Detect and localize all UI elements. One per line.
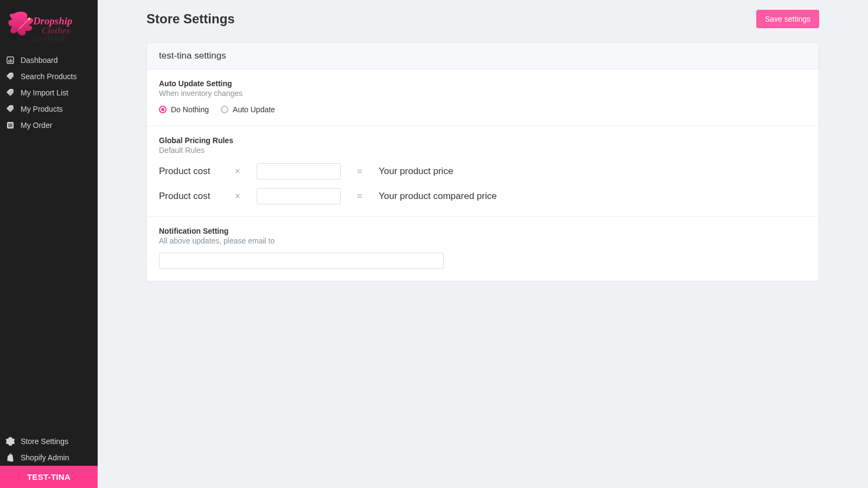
- gear-icon: [5, 436, 15, 446]
- shopify-icon: [5, 453, 15, 463]
- rule-cost-label: Product cost: [159, 166, 219, 177]
- svg-rect-13: [8, 126, 12, 127]
- svg-rect-6: [11, 60, 12, 62]
- sidebar-item-my-order[interactable]: My Order: [0, 117, 98, 133]
- sidebar-item-store-settings[interactable]: Store Settings: [0, 433, 98, 450]
- sidebar-item-label: Search Products: [21, 72, 77, 81]
- svg-rect-4: [9, 60, 10, 62]
- svg-rect-11: [8, 124, 12, 124]
- sidebar-item-my-products[interactable]: My Products: [0, 101, 98, 117]
- radio-label: Auto Update: [233, 105, 275, 114]
- multiply-icon: ×: [234, 166, 241, 176]
- page-title: Store Settings: [146, 11, 235, 27]
- rule-result-label: Your product compared price: [379, 191, 497, 202]
- topbar: Store Settings Save settings: [98, 0, 868, 38]
- sidebar-item-shopify-admin[interactable]: Shopify Admin: [0, 450, 98, 466]
- notification-title: Notification Setting: [159, 227, 807, 235]
- panel-title: test-tina settings: [147, 43, 819, 69]
- radio-do-nothing[interactable]: Do Nothing: [159, 105, 209, 114]
- svg-rect-5: [10, 59, 11, 63]
- auto-update-title: Auto Update Setting: [159, 79, 807, 88]
- tag-icon: [5, 104, 15, 114]
- tag-icon: [5, 72, 15, 81]
- compared-multiplier-input[interactable]: [257, 188, 341, 204]
- rule-result-label: Your product price: [379, 166, 453, 177]
- radio-dot-icon: [221, 106, 228, 113]
- sidebar-item-label: My Order: [21, 121, 52, 130]
- auto-update-section: Auto Update Setting When inventory chang…: [147, 69, 819, 126]
- radio-label: Do Nothing: [171, 105, 209, 114]
- notification-email-input[interactable]: [159, 253, 444, 269]
- main: Store Settings Save settings test-tina s…: [98, 0, 868, 488]
- sidebar-item-dashboard[interactable]: Dashboard: [0, 52, 98, 68]
- notification-subtitle: All above updates, please email to: [159, 236, 807, 245]
- list-icon: [5, 120, 15, 130]
- sidebar-nav: Dashboard Search Products My Import List…: [0, 49, 98, 133]
- sidebar-item-label: Store Settings: [21, 437, 68, 446]
- rule-cost-label: Product cost: [159, 191, 219, 202]
- multiply-icon: ×: [234, 191, 241, 201]
- save-settings-button[interactable]: Save settings: [756, 10, 819, 28]
- price-multiplier-input[interactable]: [257, 163, 341, 179]
- pricing-row-compared: Product cost × = Your product compared p…: [159, 188, 807, 204]
- settings-panel: test-tina settings Auto Update Setting W…: [146, 42, 819, 281]
- pricing-subtitle: Default Rules: [159, 146, 807, 155]
- notification-section: Notification Setting All above updates, …: [147, 217, 819, 281]
- brand-text-bottom: Clothes: [42, 25, 70, 36]
- pricing-row-price: Product cost × = Your product price: [159, 163, 807, 179]
- sidebar-item-search-products[interactable]: Search Products: [0, 68, 98, 85]
- sidebar: Dropship Clothes Dropship Dashboard Sear…: [0, 0, 98, 488]
- svg-text:Dropship: Dropship: [33, 34, 66, 42]
- equals-icon: =: [356, 191, 363, 201]
- equals-icon: =: [356, 166, 363, 176]
- sidebar-bottom: Store Settings Shopify Admin: [0, 433, 98, 466]
- radio-auto-update[interactable]: Auto Update: [221, 105, 275, 114]
- pricing-section: Global Pricing Rules Default Rules Produ…: [147, 126, 819, 217]
- tag-icon: [5, 88, 15, 98]
- sidebar-item-label: Shopify Admin: [21, 453, 69, 462]
- radio-dot-icon: [159, 106, 167, 113]
- brand-logo: Dropship Clothes Dropship: [0, 0, 98, 49]
- bars-icon: [5, 55, 15, 65]
- store-badge[interactable]: TEST-TINA: [0, 466, 98, 488]
- sidebar-item-label: My Products: [21, 105, 63, 113]
- auto-update-subtitle: When inventory changes: [159, 89, 807, 98]
- sidebar-item-label: My Import List: [21, 88, 68, 97]
- sidebar-item-my-import-list[interactable]: My Import List: [0, 85, 98, 101]
- sidebar-item-label: Dashboard: [21, 56, 58, 65]
- pricing-title: Global Pricing Rules: [159, 136, 807, 145]
- svg-rect-12: [8, 125, 12, 126]
- brand-text-top: Dropship: [33, 15, 72, 27]
